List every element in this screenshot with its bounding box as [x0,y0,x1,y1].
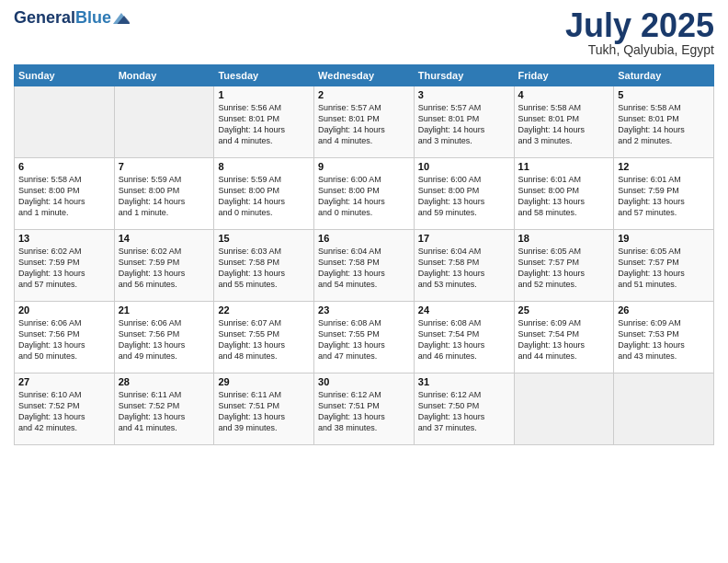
day-number: 21 [119,304,210,316]
day-info: Sunrise: 6:07 AM Sunset: 7:55 PM Dayligh… [218,317,310,362]
calendar: SundayMondayTuesdayWednesdayThursdayFrid… [14,64,714,445]
location: Tukh, Qalyubia, Egypt [565,42,714,57]
calendar-cell: 19Sunrise: 6:05 AM Sunset: 7:57 PM Dayli… [614,230,714,302]
day-info: Sunrise: 6:04 AM Sunset: 7:58 PM Dayligh… [318,246,410,291]
calendar-cell: 28Sunrise: 6:11 AM Sunset: 7:52 PM Dayli… [114,373,214,445]
weekday-header-monday: Monday [114,65,214,86]
calendar-cell: 14Sunrise: 6:02 AM Sunset: 7:59 PM Dayli… [114,230,214,302]
day-number: 13 [18,233,110,244]
calendar-cell: 13Sunrise: 6:02 AM Sunset: 7:59 PM Dayli… [15,230,115,302]
calendar-cell: 16Sunrise: 6:04 AM Sunset: 7:58 PM Dayli… [314,230,415,302]
day-number: 24 [418,304,510,316]
calendar-header: SundayMondayTuesdayWednesdayThursdayFrid… [15,65,714,86]
calendar-cell: 11Sunrise: 6:01 AM Sunset: 8:00 PM Dayli… [514,158,614,230]
day-number: 6 [18,161,110,172]
calendar-cell: 25Sunrise: 6:09 AM Sunset: 7:54 PM Dayli… [514,302,614,373]
logo: GeneralBlue [14,9,130,28]
day-info: Sunrise: 6:12 AM Sunset: 7:50 PM Dayligh… [418,389,510,434]
weekday-header-saturday: Saturday [614,65,714,86]
day-number: 12 [618,161,710,172]
day-info: Sunrise: 5:59 AM Sunset: 8:00 PM Dayligh… [119,174,210,219]
day-number: 4 [518,89,610,100]
day-number: 19 [618,233,710,244]
day-info: Sunrise: 6:00 AM Sunset: 8:00 PM Dayligh… [318,174,410,219]
day-number: 18 [518,233,610,244]
day-number: 1 [218,89,310,100]
day-number: 7 [119,161,210,172]
calendar-cell: 29Sunrise: 6:11 AM Sunset: 7:51 PM Dayli… [214,373,314,445]
calendar-cell: 8Sunrise: 5:59 AM Sunset: 8:00 PM Daylig… [214,158,314,230]
day-number: 3 [418,89,510,100]
calendar-cell: 9Sunrise: 6:00 AM Sunset: 8:00 PM Daylig… [314,158,415,230]
day-number: 8 [218,161,310,172]
calendar-cell: 10Sunrise: 6:00 AM Sunset: 8:00 PM Dayli… [414,158,514,230]
day-number: 14 [119,233,210,244]
weekday-header-sunday: Sunday [15,65,115,86]
day-number: 26 [618,304,710,316]
calendar-cell: 7Sunrise: 5:59 AM Sunset: 8:00 PM Daylig… [114,158,214,230]
day-number: 15 [218,233,310,244]
day-info: Sunrise: 5:57 AM Sunset: 8:01 PM Dayligh… [318,102,410,147]
day-info: Sunrise: 6:01 AM Sunset: 7:59 PM Dayligh… [618,174,710,219]
calendar-cell: 5Sunrise: 5:58 AM Sunset: 8:01 PM Daylig… [614,86,714,158]
day-info: Sunrise: 6:11 AM Sunset: 7:52 PM Dayligh… [119,389,210,434]
day-number: 11 [518,161,610,172]
day-number: 5 [618,89,710,100]
calendar-cell: 2Sunrise: 5:57 AM Sunset: 8:01 PM Daylig… [314,86,415,158]
day-info: Sunrise: 5:56 AM Sunset: 8:01 PM Dayligh… [218,102,310,147]
day-number: 2 [318,89,410,100]
calendar-cell: 4Sunrise: 5:58 AM Sunset: 8:01 PM Daylig… [514,86,614,158]
day-info: Sunrise: 6:00 AM Sunset: 8:00 PM Dayligh… [418,174,510,219]
calendar-cell: 22Sunrise: 6:07 AM Sunset: 7:55 PM Dayli… [214,302,314,373]
weekday-header-wednesday: Wednesday [314,65,415,86]
calendar-cell: 30Sunrise: 6:12 AM Sunset: 7:51 PM Dayli… [314,373,415,445]
day-info: Sunrise: 6:06 AM Sunset: 7:56 PM Dayligh… [18,317,110,362]
calendar-cell: 15Sunrise: 6:03 AM Sunset: 7:58 PM Dayli… [214,230,314,302]
day-number: 20 [18,304,110,316]
calendar-cell: 24Sunrise: 6:08 AM Sunset: 7:54 PM Dayli… [414,302,514,373]
day-number: 28 [119,376,210,387]
calendar-cell: 27Sunrise: 6:10 AM Sunset: 7:52 PM Dayli… [15,373,115,445]
day-number: 29 [218,376,310,387]
day-number: 27 [18,376,110,387]
calendar-cell: 18Sunrise: 6:05 AM Sunset: 7:57 PM Dayli… [514,230,614,302]
day-number: 17 [418,233,510,244]
calendar-cell [114,86,214,158]
day-info: Sunrise: 6:01 AM Sunset: 8:00 PM Dayligh… [518,174,610,219]
day-info: Sunrise: 6:08 AM Sunset: 7:55 PM Dayligh… [318,317,410,362]
day-info: Sunrise: 5:58 AM Sunset: 8:01 PM Dayligh… [518,102,610,147]
calendar-cell: 17Sunrise: 6:04 AM Sunset: 7:58 PM Dayli… [414,230,514,302]
day-info: Sunrise: 6:02 AM Sunset: 7:59 PM Dayligh… [18,246,110,291]
day-info: Sunrise: 6:12 AM Sunset: 7:51 PM Dayligh… [318,389,410,434]
day-info: Sunrise: 6:11 AM Sunset: 7:51 PM Dayligh… [218,389,310,434]
calendar-cell: 20Sunrise: 6:06 AM Sunset: 7:56 PM Dayli… [15,302,115,373]
weekday-header-thursday: Thursday [414,65,514,86]
calendar-cell: 1Sunrise: 5:56 AM Sunset: 8:01 PM Daylig… [214,86,314,158]
calendar-cell: 3Sunrise: 5:57 AM Sunset: 8:01 PM Daylig… [414,86,514,158]
calendar-cell [15,86,115,158]
day-number: 9 [318,161,410,172]
calendar-cell: 6Sunrise: 5:58 AM Sunset: 8:00 PM Daylig… [15,158,115,230]
day-info: Sunrise: 5:58 AM Sunset: 8:01 PM Dayligh… [618,102,710,147]
day-info: Sunrise: 6:02 AM Sunset: 7:59 PM Dayligh… [119,246,210,291]
title-block: July 2025 Tukh, Qalyubia, Egypt [565,9,714,57]
calendar-cell: 31Sunrise: 6:12 AM Sunset: 7:50 PM Dayli… [414,373,514,445]
day-number: 31 [418,376,510,387]
day-info: Sunrise: 6:04 AM Sunset: 7:58 PM Dayligh… [418,246,510,291]
logo-icon [113,10,130,27]
day-number: 25 [518,304,610,316]
day-info: Sunrise: 5:58 AM Sunset: 8:00 PM Dayligh… [18,174,110,219]
day-number: 23 [318,304,410,316]
calendar-cell [614,373,714,445]
calendar-cell [514,373,614,445]
month-title: July 2025 [565,9,714,42]
day-info: Sunrise: 5:59 AM Sunset: 8:00 PM Dayligh… [218,174,310,219]
header: GeneralBlue July 2025 Tukh, Qalyubia, Eg… [14,9,714,57]
day-info: Sunrise: 5:57 AM Sunset: 8:01 PM Dayligh… [418,102,510,147]
weekday-header-friday: Friday [514,65,614,86]
weekday-header-tuesday: Tuesday [214,65,314,86]
calendar-cell: 21Sunrise: 6:06 AM Sunset: 7:56 PM Dayli… [114,302,214,373]
calendar-cell: 12Sunrise: 6:01 AM Sunset: 7:59 PM Dayli… [614,158,714,230]
logo-text: GeneralBlue [14,9,111,28]
day-info: Sunrise: 6:06 AM Sunset: 7:56 PM Dayligh… [119,317,210,362]
